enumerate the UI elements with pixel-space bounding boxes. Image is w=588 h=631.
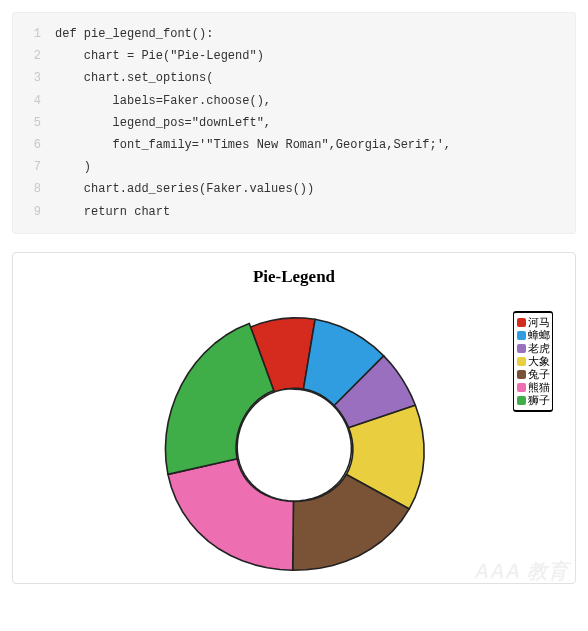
code-block: 1def pie_legend_font():2 chart = Pie("Pi… <box>12 12 576 234</box>
legend-item: 老虎 <box>517 342 549 355</box>
line-number: 9 <box>13 201 55 223</box>
code-line: 1def pie_legend_font(): <box>13 23 567 45</box>
code-line: 6 font_family='"Times New Roman",Georgia… <box>13 134 567 156</box>
legend-label: 兔子 <box>528 368 550 381</box>
line-number: 3 <box>13 67 55 89</box>
line-number: 8 <box>13 178 55 200</box>
code-text: chart = Pie("Pie-Legend") <box>55 45 567 67</box>
line-number: 6 <box>13 134 55 156</box>
code-line: 2 chart = Pie("Pie-Legend") <box>13 45 567 67</box>
legend-swatch <box>517 357 526 366</box>
legend-item: 熊猫 <box>517 381 549 394</box>
code-line: 8 chart.add_series(Faker.values()) <box>13 178 567 200</box>
legend-item: 蟑螂 <box>517 329 549 342</box>
code-text: chart.add_series(Faker.values()) <box>55 178 567 200</box>
line-number: 7 <box>13 156 55 178</box>
code-line: 5 legend_pos="downLeft", <box>13 112 567 134</box>
legend-swatch <box>517 396 526 405</box>
code-line: 9 return chart <box>13 201 567 223</box>
line-number: 2 <box>13 45 55 67</box>
code-text: def pie_legend_font(): <box>55 23 567 45</box>
legend-swatch <box>517 331 526 340</box>
legend-item: 狮子 <box>517 394 549 407</box>
legend-swatch <box>517 370 526 379</box>
legend-label: 老虎 <box>528 342 550 355</box>
code-line: 3 chart.set_options( <box>13 67 567 89</box>
legend-swatch <box>517 318 526 327</box>
pie-chart <box>23 291 565 581</box>
legend-label: 大象 <box>528 355 550 368</box>
legend: 河马蟑螂老虎大象兔子熊猫狮子 <box>513 311 553 412</box>
legend-swatch <box>517 383 526 392</box>
code-text: return chart <box>55 201 567 223</box>
code-line: 7 ) <box>13 156 567 178</box>
chart-title: Pie-Legend <box>144 267 444 287</box>
legend-label: 蟑螂 <box>528 329 550 342</box>
code-text: chart.set_options( <box>55 67 567 89</box>
legend-label: 熊猫 <box>528 381 550 394</box>
line-number: 5 <box>13 112 55 134</box>
code-text: font_family='"Times New Roman",Georgia,S… <box>55 134 567 156</box>
legend-item: 大象 <box>517 355 549 368</box>
line-number: 4 <box>13 90 55 112</box>
code-text: labels=Faker.choose(), <box>55 90 567 112</box>
legend-item: 河马 <box>517 316 549 329</box>
legend-item: 兔子 <box>517 368 549 381</box>
legend-swatch <box>517 344 526 353</box>
legend-label: 河马 <box>528 316 550 329</box>
code-text: legend_pos="downLeft", <box>55 112 567 134</box>
chart-area: 河马蟑螂老虎大象兔子熊猫狮子 <box>23 291 565 581</box>
code-line: 4 labels=Faker.choose(), <box>13 90 567 112</box>
chart-card: Pie-Legend 河马蟑螂老虎大象兔子熊猫狮子 AAA 教育 <box>12 252 576 584</box>
code-text: ) <box>55 156 567 178</box>
line-number: 1 <box>13 23 55 45</box>
legend-label: 狮子 <box>528 394 550 407</box>
